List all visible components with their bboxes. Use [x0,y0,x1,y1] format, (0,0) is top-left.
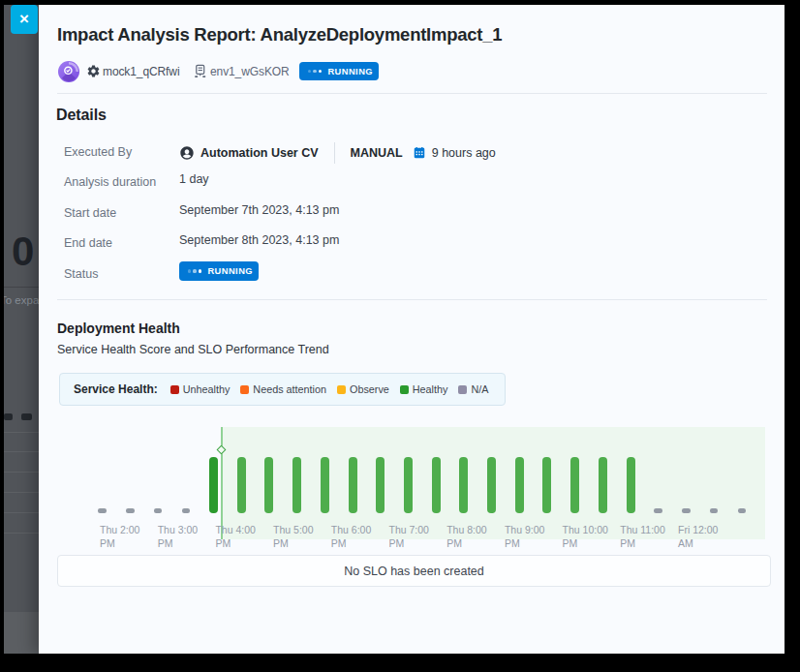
start-date-value: September 7th 2023, 4:13 pm [179,203,339,217]
legend-title: Service Health: [74,382,158,396]
x-axis-tick-label: Thu 5:00 PM [273,524,313,550]
background-dash [4,413,13,420]
health-bar-healthy[interactable] [459,457,468,513]
health-bar-healthy[interactable] [515,457,524,513]
executed-time-ago: 9 hours ago [432,146,496,160]
detail-label: Start date [64,206,116,220]
environment-icon [193,64,207,78]
x-axis-tick-label: Thu 2:00 PM [100,524,139,550]
detail-label: End date [64,236,112,250]
background-hint-text: To expand [4,294,39,306]
detail-label: Analysis duration [64,175,156,189]
calendar-icon [413,146,426,160]
legend-item-healthy[interactable]: Healthy [400,383,448,395]
status-badge: RUNNING [179,261,259,281]
legend-item-label: N/A [471,383,488,395]
legend-swatch-icon [400,385,409,394]
health-bar-healthy[interactable] [487,457,496,513]
legend-item-unhealthy[interactable]: Unhealthy [170,383,231,395]
x-axis-tick-label: Thu 10:00 PM [563,524,608,550]
health-bar-na[interactable] [682,508,691,513]
background-row-line [4,472,39,473]
health-bar-healthy[interactable] [404,457,413,513]
health-bar-na[interactable] [654,508,662,513]
health-bar-healthy[interactable] [376,457,385,513]
legend-swatch-icon [458,385,467,394]
x-axis-tick-label: Thu 9:00 PM [505,524,544,550]
background-row-line [4,533,39,534]
health-bar-current[interactable] [209,457,218,513]
x-axis-tick-label: Thu 11:00 PM [620,524,665,550]
health-bar-healthy[interactable] [264,457,273,513]
health-bar-healthy[interactable] [292,457,301,513]
health-bar-na[interactable] [126,508,135,513]
background-row-line [4,432,39,433]
deployment-health-heading: Deployment Health [57,321,180,336]
legend-item-label: Observe [350,383,389,395]
legend-swatch-icon [240,385,249,394]
background-divider [4,287,39,288]
health-bar-na[interactable] [738,508,747,513]
service-health-chart: Thu 2:00 PMThu 3:00 PMThu 4:00 PMThu 5:0… [58,427,765,550]
detail-label: Executed By [64,145,132,159]
health-bar-healthy[interactable] [570,457,579,513]
legend-item-needs-attention[interactable]: Needs attention [240,383,326,395]
slo-empty-state: No SLO has been created [57,555,771,587]
health-bar-na[interactable] [154,508,163,513]
page-title: Impact Analysis Report: AnalyzeDeploymen… [57,24,502,46]
deployment-health-subtitle: Service Health Score and SLO Performance… [57,343,329,356]
health-bar-healthy[interactable] [599,457,607,513]
dimmed-background-page: 0 To expand [4,5,39,654]
background-row-line [4,492,39,493]
slo-empty-message: No SLO has been created [344,565,484,578]
background-row-line [4,451,39,452]
end-date-value: September 8th 2023, 4:13 pm [179,233,339,247]
close-button[interactable]: × [11,5,38,34]
legend-swatch-icon [170,385,179,394]
legend-item-label: Unhealthy [183,383,231,395]
srm-module-icon [58,61,79,82]
legend-item-label: Needs attention [253,383,326,395]
x-axis-tick-label: Fri 12:00 AM [678,524,718,550]
environment-name[interactable]: env1_wGsKOR [210,65,290,78]
legend-item-observe[interactable]: Observe [337,383,389,395]
service-name[interactable]: mock1_qCRfwi [103,65,180,78]
service-gear-icon [86,64,101,78]
x-axis-tick-label: Thu 6:00 PM [331,524,371,550]
details-heading: Details [56,107,107,124]
running-dots-icon [308,70,323,73]
close-icon: × [19,10,29,28]
status-badge: RUNNING [299,62,379,80]
x-axis-tick-label: Thu 7:00 PM [389,524,429,550]
health-bar-healthy[interactable] [321,457,329,513]
background-dash [21,413,32,420]
background-row-line [4,512,39,513]
detail-label: Status [64,267,98,281]
trigger-type: MANUAL [351,146,403,160]
health-bar-healthy[interactable] [542,457,551,513]
legend-item-label: Healthy [413,383,448,395]
health-bar-healthy[interactable] [627,457,635,513]
analysis-duration-value: 1 day [179,172,209,186]
x-axis-tick-label: Thu 4:00 PM [215,524,255,550]
legend-swatch-icon [337,385,346,394]
health-bar-healthy[interactable] [432,457,441,513]
health-bar-healthy[interactable] [349,457,357,513]
health-bar-na[interactable] [98,508,107,513]
x-axis-tick-label: Thu 8:00 PM [446,524,486,550]
background-metric-value: 0 [12,229,33,275]
running-dots-icon [188,269,203,272]
section-divider [57,93,767,94]
user-avatar-icon [179,145,195,161]
vertical-separator [334,142,335,164]
health-bar-na[interactable] [710,508,719,513]
executed-by-user: Automation User CV [200,146,319,160]
legend-item-n-a[interactable]: N/A [458,383,488,395]
x-axis-tick-label: Thu 3:00 PM [158,524,198,550]
health-bar-na[interactable] [182,508,191,513]
background-footer-block [4,612,39,654]
service-health-legend: Service Health: UnhealthyNeeds attention… [59,373,506,406]
section-divider [57,299,767,300]
impact-analysis-report-modal: Impact Analysis Report: AnalyzeDeploymen… [39,5,785,654]
health-bar-healthy[interactable] [237,457,246,513]
